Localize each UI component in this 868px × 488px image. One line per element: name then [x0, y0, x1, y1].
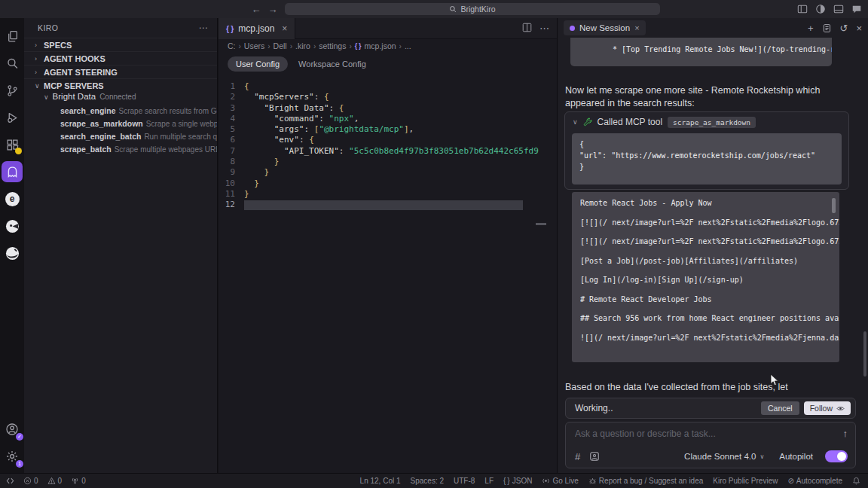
bell-icon[interactable] [852, 477, 860, 485]
code-line[interactable]: 9 } [219, 167, 557, 178]
toggle-sidebar-icon[interactable] [797, 4, 808, 14]
task-list-icon[interactable] [822, 23, 832, 33]
extensions-badge [15, 148, 22, 154]
feedback-chat-icon[interactable] [851, 4, 862, 14]
mcp-tool-scrape-as-markdown[interactable]: scrape_as_markdownScrape a single webpag… [24, 117, 217, 130]
split-editor-icon[interactable] [522, 23, 532, 32]
extensions-icon[interactable] [2, 134, 23, 155]
tool-args-block[interactable]: { "url": "https://www.remoterocketship.c… [572, 133, 842, 185]
remote-indicator-icon[interactable] [6, 477, 14, 485]
code-line[interactable]: 11} [219, 189, 557, 200]
code-line[interactable]: 4 "command": "npx", [219, 114, 557, 124]
tool-result-block[interactable]: Remote React Jobs - Apply Now [![](/_nex… [572, 192, 839, 362]
feedback-item[interactable]: 0 [71, 477, 86, 485]
source-control-icon[interactable] [2, 80, 23, 101]
broadcast-icon [542, 477, 550, 485]
code-line[interactable]: 1{ [219, 81, 557, 92]
run-debug-icon[interactable] [2, 107, 23, 128]
editor-more-icon[interactable]: ⋯ [539, 23, 549, 34]
chevron-down-icon: ∨ [760, 453, 764, 460]
code-line[interactable]: 7 "API_TOKEN": "5c5c0b8ed4f97b3f83051eb7… [219, 146, 557, 157]
report-bug-button[interactable]: Report a bug / Suggest an idea [588, 477, 703, 485]
chevron-right-icon: › [35, 69, 41, 76]
chat-input-box: ↑ # Claude Sonnet 4.0 ∨ Autopilot [565, 422, 856, 468]
code-line[interactable]: 6 "env": { [219, 135, 557, 145]
code-lines: 1{2 "mcpServers": {3 "Bright Data": {4 "… [219, 81, 557, 211]
account-check-badge: ✓ [16, 433, 23, 441]
sidebar-section-agent-steering[interactable]: › AGENT STEERING [24, 65, 217, 78]
mcp-server-bright-data[interactable]: ∨ Bright Data Connected [24, 92, 217, 105]
search-sidebar-icon[interactable] [2, 53, 23, 74]
chat-panel: New Session × + ↺ × * [Top Trending Remo… [557, 18, 868, 473]
settings-badge: 1 [16, 460, 23, 468]
mcp-tool-search-engine[interactable]: search_engineScrape search results from … [24, 105, 217, 117]
tab-new-session[interactable]: New Session × [564, 20, 646, 35]
code-line[interactable]: 10 } [219, 178, 557, 189]
kiro-ghost-icon[interactable] [2, 161, 23, 182]
history-icon[interactable]: ↺ [840, 23, 848, 34]
nav-forward-icon[interactable]: → [265, 4, 280, 15]
warning-icon [47, 477, 56, 485]
close-tab-icon[interactable]: × [282, 23, 287, 34]
scrolled-code-block[interactable]: * [Top Trending Remote Jobs New!](/top-t… [570, 38, 832, 66]
sidebar-more-icon[interactable]: ⋯ [199, 23, 208, 33]
chevron-down-icon: ∨ [35, 82, 41, 90]
cancel-button[interactable]: Cancel [761, 401, 799, 415]
code-editor[interactable]: 1{2 "mcpServers": {3 "Bright Data": {4 "… [219, 75, 557, 211]
go-live-button[interactable]: Go Live [542, 477, 578, 485]
code-line[interactable]: 8 } [219, 157, 557, 167]
extension-logo-3-icon[interactable] [2, 242, 23, 264]
send-icon[interactable]: ↑ [843, 428, 848, 439]
warnings-item[interactable]: 0 [47, 477, 63, 485]
editor-group: { } mcp.json × ⋯ C:› Users› Dell› .kiro›… [219, 18, 557, 473]
new-chat-icon[interactable]: + [808, 23, 814, 34]
tab-user-config[interactable]: User Config [228, 56, 288, 72]
extension-logo-2-icon[interactable] [2, 215, 23, 236]
accounts-icon[interactable]: ✓ [2, 419, 23, 440]
kiro-public-preview[interactable]: Kiro Public Preview [713, 477, 778, 485]
cursor-position[interactable]: Ln 12, Col 1 [360, 477, 401, 485]
close-panel-icon[interactable]: × [856, 23, 862, 34]
mcp-tool-search-engine-batch[interactable]: search_engine_batchRun multiple search q… [24, 130, 217, 143]
language-mode[interactable]: { } JSON [503, 477, 532, 485]
chevron-down-icon: ∨ [573, 118, 578, 126]
attach-image-icon[interactable] [589, 451, 600, 462]
settings-gear-icon[interactable]: 1 [2, 446, 23, 467]
code-line[interactable]: 2 "mcpServers": { [219, 92, 557, 102]
chat-input[interactable] [575, 429, 824, 439]
result-scrollbar-thumb[interactable] [832, 198, 836, 213]
title-bar: ← → BrightKiro [0, 0, 868, 18]
eol-sequence[interactable]: LF [484, 477, 494, 485]
autocomplete-toggle[interactable]: ⊘ Autocomplete [787, 477, 842, 485]
chevron-down-icon: ∨ [44, 93, 49, 101]
breadcrumb[interactable]: C:› Users› Dell› .kiro› settings› { } mc… [219, 39, 557, 53]
context-hash-icon[interactable]: # [575, 451, 580, 462]
errors-item[interactable]: 0 [23, 477, 38, 485]
encoding[interactable]: UTF-8 [454, 477, 475, 485]
sidebar-title: KIRO [38, 23, 58, 32]
tab-mcp-json[interactable]: { } mcp.json × [219, 18, 295, 39]
toggle-layout-icon[interactable] [815, 4, 826, 14]
tab-workspace-config[interactable]: Workspace Config [298, 59, 366, 69]
chat-scrollbar-thumb[interactable] [863, 331, 866, 377]
model-selector[interactable]: Claude Sonnet 4.0 ∨ [684, 452, 764, 461]
code-line[interactable]: 12 [219, 200, 557, 210]
chat-header: New Session × + ↺ × [558, 18, 868, 38]
mcp-tool-scrape-batch[interactable]: scrape_batchScrape multiple webpages URL… [24, 143, 217, 156]
code-line[interactable]: 5 "args": ["@brightdata/mcp"], [219, 124, 557, 135]
sidebar-section-mcp-servers[interactable]: ∨ MCP SERVERS [24, 78, 217, 92]
explorer-icon[interactable] [2, 26, 23, 47]
tool-call-header[interactable]: ∨ Called MCP tool scrape_as_markdown [565, 112, 848, 132]
extension-logo-1-icon[interactable]: e [2, 188, 23, 209]
toggle-panel-icon[interactable] [833, 4, 844, 14]
sidebar-section-specs[interactable]: › SPECS [24, 38, 217, 51]
nav-back-icon[interactable]: ← [249, 4, 264, 15]
follow-button[interactable]: Follow [804, 401, 851, 415]
code-line[interactable]: 3 "Bright Data": { [219, 103, 557, 114]
command-center-search[interactable]: BrightKiro [285, 3, 660, 15]
close-session-icon[interactable]: × [634, 23, 639, 32]
editor-tab-bar: { } mcp.json × ⋯ [219, 18, 557, 39]
sidebar-section-agent-hooks[interactable]: › AGENT HOOKS [24, 51, 217, 65]
indentation[interactable]: Spaces: 2 [411, 477, 444, 485]
autopilot-toggle[interactable] [825, 450, 848, 462]
